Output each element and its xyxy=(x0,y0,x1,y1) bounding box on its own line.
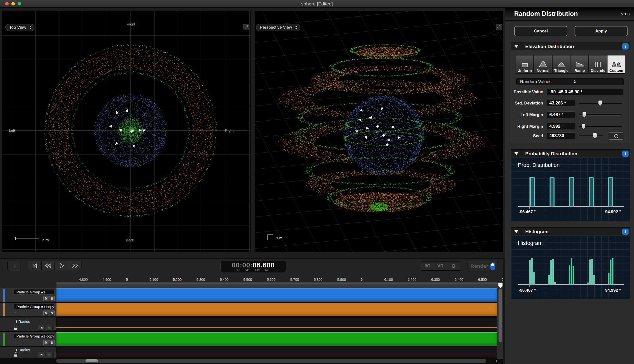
track-header-4[interactable]: 1.Radius◀◆▶ xyxy=(0,347,56,358)
add-keyframe-button[interactable]: ◆ xyxy=(46,325,52,330)
seed-field[interactable]: 493730 xyxy=(547,132,575,139)
mute-button[interactable]: M xyxy=(43,296,49,301)
info-icon[interactable]: i xyxy=(622,150,628,157)
add-parameter-button[interactable]: + xyxy=(14,296,16,301)
horizontal-scrollbar-thumb[interactable] xyxy=(86,359,98,362)
track-lane-1[interactable] xyxy=(56,303,497,316)
compass-label-right: Right xyxy=(225,128,234,132)
top-view-canvas[interactable] xyxy=(2,11,251,252)
collapse-button[interactable] xyxy=(511,42,522,50)
horizontal-scrollbar[interactable] xyxy=(56,359,486,363)
ruler-time-label: 6.500 xyxy=(478,278,487,282)
ruler-time-label: 5.300 xyxy=(196,278,205,282)
dist-type-custom[interactable]: Custom xyxy=(607,55,625,74)
dist-type-ramp[interactable]: Ramp xyxy=(570,55,589,74)
prev-keyframe-button[interactable]: ◀ xyxy=(38,352,45,357)
time-ruler[interactable]: 4.8004.90055.1005.2005.3005.4005.5005.60… xyxy=(56,276,503,288)
rewind-button[interactable] xyxy=(41,261,55,270)
automation-line[interactable] xyxy=(56,327,497,328)
possible-value-field[interactable]: -90 -45 0 45 90 ° xyxy=(547,89,623,95)
gear-icon: ⚙ xyxy=(451,263,456,269)
render-toggle[interactable] xyxy=(490,262,495,270)
io-button[interactable]: I/O xyxy=(421,262,434,271)
seed-slider-track[interactable] xyxy=(579,136,603,136)
add-parameter-button[interactable]: + xyxy=(14,340,16,345)
render-button[interactable]: Render xyxy=(468,261,498,272)
dist-type-triangle[interactable]: Triangle xyxy=(552,55,570,74)
vr-button[interactable]: VR xyxy=(434,262,447,271)
right-margin-slider-track[interactable] xyxy=(579,126,622,127)
automation-lane-2[interactable] xyxy=(56,318,497,331)
dist-type-normal[interactable]: Normal xyxy=(534,55,552,74)
right-margin-field[interactable]: 4.992 ° xyxy=(547,123,575,130)
info-icon[interactable]: i xyxy=(622,228,628,235)
lock-icon[interactable] xyxy=(14,352,18,358)
settings-button[interactable]: ⚙ xyxy=(447,262,460,271)
track-header-0[interactable]: Particle Group #1+MS xyxy=(0,288,56,302)
vertical-scrollbar-thumb[interactable] xyxy=(498,289,502,342)
track-lane-0[interactable] xyxy=(56,288,497,302)
std-deviation-field[interactable]: 43.266 ° xyxy=(547,100,575,106)
ruler-time-label: 6.600 xyxy=(502,278,503,282)
add-parameter-button[interactable]: + xyxy=(14,310,16,316)
elevation-section-header: Elevation Distribution i xyxy=(511,42,630,51)
info-icon[interactable]: i xyxy=(622,43,628,50)
apply-button[interactable]: Apply xyxy=(574,26,628,36)
track-name-field[interactable]: Particle Group #1 copy xyxy=(14,304,54,309)
mute-button[interactable]: M xyxy=(43,310,49,316)
zoom-out-vertical-button[interactable]: − xyxy=(499,356,502,362)
top-view-selector[interactable]: Top View xyxy=(6,24,34,31)
dist-type-label: Ramp xyxy=(574,68,585,72)
track-lane-3[interactable] xyxy=(56,332,497,346)
seed-label: Seed xyxy=(505,132,543,139)
io-vr-settings-group: I/O VR ⚙ xyxy=(421,262,460,271)
track-header-2[interactable]: 1.Radius◀◆▶ xyxy=(0,318,56,332)
timecode-display[interactable]: 00:00:06.600 HrMinSecMs xyxy=(220,261,286,272)
dist-type-discrete[interactable]: Discrete xyxy=(589,55,607,74)
solo-button[interactable]: S xyxy=(49,310,55,316)
zoom-in-vertical-button[interactable]: + xyxy=(499,363,502,364)
track-name-field[interactable]: Particle Group #1 xyxy=(14,289,54,295)
skip-to-start-button[interactable] xyxy=(28,261,41,270)
probability-distribution-chart[interactable]: Prob. Distribution -96.467 ° 94.992 ° xyxy=(511,158,630,221)
skip-to-start-icon xyxy=(31,262,38,269)
add-track-button[interactable]: + xyxy=(8,261,21,271)
histogram-bar xyxy=(531,258,533,285)
mute-button[interactable]: M xyxy=(43,340,49,346)
histogram-bar xyxy=(589,260,591,285)
add-keyframe-button[interactable]: ◆ xyxy=(46,352,52,357)
prob-bar xyxy=(550,177,554,206)
histogram-bar xyxy=(593,275,595,285)
lock-icon[interactable] xyxy=(14,325,18,331)
prev-keyframe-button[interactable]: ◀ xyxy=(38,325,45,330)
play-button[interactable] xyxy=(55,261,68,270)
collapse-button[interactable] xyxy=(511,228,522,236)
track-header-1[interactable]: Particle Group #1 copy+MS xyxy=(0,303,56,317)
track-name-field[interactable]: Particle Group #1 copy xyxy=(14,333,54,339)
solo-button[interactable]: S xyxy=(49,296,55,301)
dist-type-uniform[interactable]: Uniform xyxy=(516,55,534,74)
zoom-out-horizontal-button[interactable]: − xyxy=(488,358,491,364)
collapse-button[interactable] xyxy=(511,150,522,158)
expand-viewport-button[interactable] xyxy=(243,24,250,30)
random-values-select[interactable]: Random Values xyxy=(516,78,624,86)
x-axis-min-label: -96.467 ° xyxy=(518,288,536,293)
fast-forward-button[interactable] xyxy=(68,261,82,270)
scale-cube-label: 1 m xyxy=(276,236,282,240)
zoom-in-horizontal-button[interactable]: + xyxy=(495,358,498,364)
perspective-view-selector[interactable]: Perspective View xyxy=(256,24,300,31)
perspective-view-canvas[interactable] xyxy=(254,11,503,252)
left-margin-field[interactable]: 6.467 ° xyxy=(547,112,575,118)
std-deviation-label: Std. Deviation xyxy=(505,100,543,106)
automation-line[interactable] xyxy=(56,354,497,354)
expand-viewport-button[interactable] xyxy=(496,24,502,30)
scale-bar xyxy=(15,237,39,240)
expand-icon xyxy=(244,25,248,29)
window-titlebar: sphere [Edited] xyxy=(0,0,634,8)
automation-lane-4[interactable] xyxy=(56,347,497,358)
seed-refresh-button[interactable] xyxy=(609,132,623,140)
right-margin-label: Right Margin xyxy=(505,123,543,130)
cancel-button[interactable]: Cancel xyxy=(514,26,568,36)
solo-button[interactable]: S xyxy=(49,340,55,346)
track-header-3[interactable]: Particle Group #1 copy+MS xyxy=(0,332,56,346)
